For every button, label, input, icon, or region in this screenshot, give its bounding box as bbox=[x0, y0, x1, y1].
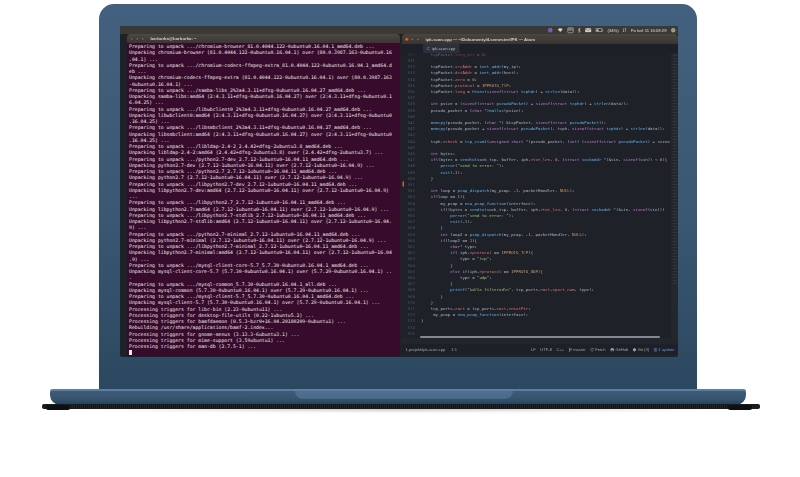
terminal-line: Unpacking libsmbclient:amd64 (2:4.3.11+d… bbox=[129, 132, 398, 138]
atom-tab-bar: C ipk-scan.cpp bbox=[402, 44, 678, 53]
battery-percentage[interactable]: (34%) bbox=[608, 28, 619, 33]
status-update-badge[interactable]: 1 update bbox=[654, 347, 675, 352]
terminal-line: Unpacking python2.7 (2.7.12-1ubuntu0~16.… bbox=[129, 175, 398, 181]
terminal-line: Unpacking mysql-client-5.7 (5.7.30-0ubun… bbox=[129, 300, 398, 306]
status-right-items: LFUTF-8C++masterFetchGitHubGit (3)1 upda… bbox=[531, 347, 674, 352]
terminal-line: Unpacking samba-libs:amd64 (2:4.3.11+dfs… bbox=[129, 94, 398, 100]
laptop-screen: EN (34%) Po kvě 11 16:09:29 barborka@bar… bbox=[120, 26, 678, 357]
status-item-utf-8[interactable]: UTF-8 bbox=[540, 347, 552, 352]
status-cursor-position[interactable]: 1:1 bbox=[451, 347, 457, 352]
terminal-line: Unpacking libpython2.7:amd64 (2.7.12-1ub… bbox=[129, 207, 398, 213]
atom-minimap[interactable] bbox=[671, 53, 678, 338]
terminal-line: Unpacking libldap-2.4-2:amd64 (2.4.42+df… bbox=[129, 150, 398, 156]
atom-titlebar[interactable]: ipk-scan.cpp — ~/Dokumenty/4.semester/IP… bbox=[402, 34, 678, 44]
status-item-c-[interactable]: C++ bbox=[556, 347, 564, 352]
bluetooth-icon[interactable] bbox=[578, 27, 582, 33]
battery-icon[interactable] bbox=[596, 28, 604, 33]
status-item-master[interactable]: master bbox=[569, 347, 586, 352]
terminal-line: Unpacking chromium-browser (81.0.4044.12… bbox=[129, 50, 398, 56]
status-item-fetch[interactable]: Fetch bbox=[590, 347, 605, 352]
clock[interactable]: Po kvě 11 16:09:29 bbox=[631, 28, 667, 33]
atom-close-button[interactable] bbox=[405, 37, 409, 41]
status-item-github[interactable]: GitHub bbox=[610, 347, 628, 352]
status-item-lf[interactable]: LF bbox=[531, 347, 536, 352]
keyboard-layout-indicator[interactable]: EN bbox=[568, 27, 574, 33]
terminal-maximize-button[interactable] bbox=[141, 37, 145, 41]
terminal-line: Preparing to unpack .../python2.7-minima… bbox=[129, 232, 398, 238]
terminal-line: Preparing to unpack .../chromium-codecs-… bbox=[129, 63, 398, 69]
atom-minimize-button[interactable] bbox=[411, 37, 415, 41]
atom-editor[interactable]: 530 tcpPacket.leng_ptr = 0;531532 tcpPac… bbox=[402, 53, 678, 338]
updater-icon[interactable] bbox=[548, 27, 554, 33]
status-item-git-3-[interactable]: Git (3) bbox=[633, 347, 649, 352]
wifi-icon[interactable] bbox=[557, 28, 564, 33]
terminal-cursor bbox=[129, 350, 132, 355]
terminal-line: Unpacking mysql-client-core-5.7 (5.7.30-… bbox=[129, 269, 398, 275]
laptop-bottom-edge bbox=[42, 404, 760, 409]
laptop-base bbox=[50, 389, 746, 405]
terminal-line: Unpacking chromium-codecs-ffmpeg-extra (… bbox=[129, 75, 398, 81]
atom-status-bar: 1.projekt/ipk-scan.cpp 1:1 LFUTF-8C++mas… bbox=[402, 344, 678, 355]
terminal-titlebar[interactable]: barborka@barborka: ~ bbox=[127, 34, 400, 43]
cpp-file-icon: C bbox=[427, 46, 430, 51]
atom-horizontal-scrollbar[interactable] bbox=[420, 336, 660, 338]
ubuntu-top-panel: EN (34%) Po kvě 11 16:09:29 bbox=[120, 26, 678, 34]
atom-tab-ipk-scan[interactable]: C ipk-scan.cpp bbox=[423, 44, 459, 53]
status-file-path[interactable]: 1.projekt/ipk-scan.cpp bbox=[406, 347, 446, 352]
atom-title: ipk-scan.cpp — ~/Dokumenty/4.semester/IP… bbox=[426, 37, 536, 42]
laptop-foot-left bbox=[46, 405, 70, 410]
terminal-line: Preparing to unpack .../libsmbclient_2%3… bbox=[129, 125, 398, 131]
sync-arrows-icon[interactable] bbox=[623, 28, 627, 33]
terminal-line: Unpacking libpython2.7-dev:amd64 (2.7.12… bbox=[129, 188, 398, 194]
atom-window: ipk-scan.cpp — ~/Dokumenty/4.semester/IP… bbox=[402, 34, 678, 356]
terminal-title: barborka@barborka: ~ bbox=[151, 36, 197, 41]
gear-icon[interactable] bbox=[671, 27, 677, 33]
laptop-foot-right bbox=[728, 405, 752, 410]
atom-maximize-button[interactable] bbox=[416, 37, 420, 41]
terminal-line: Preparing to unpack .../libwbclient0_2%3… bbox=[129, 107, 398, 113]
mail-icon[interactable] bbox=[585, 28, 592, 33]
terminal-output[interactable]: Preparing to unpack .../chromium-browser… bbox=[127, 43, 400, 356]
terminal-line: Unpacking libpython2.7-minimal:amd64 (2.… bbox=[129, 250, 398, 256]
terminal-close-button[interactable] bbox=[130, 37, 134, 41]
terminal-window: barborka@barborka: ~ Preparing to unpack… bbox=[127, 34, 400, 356]
laptop-notch bbox=[295, 391, 513, 399]
terminal-minimize-button[interactable] bbox=[136, 37, 140, 41]
terminal-line: Unpacking libpython2.7-stdlib:amd64 (2.7… bbox=[129, 219, 398, 225]
